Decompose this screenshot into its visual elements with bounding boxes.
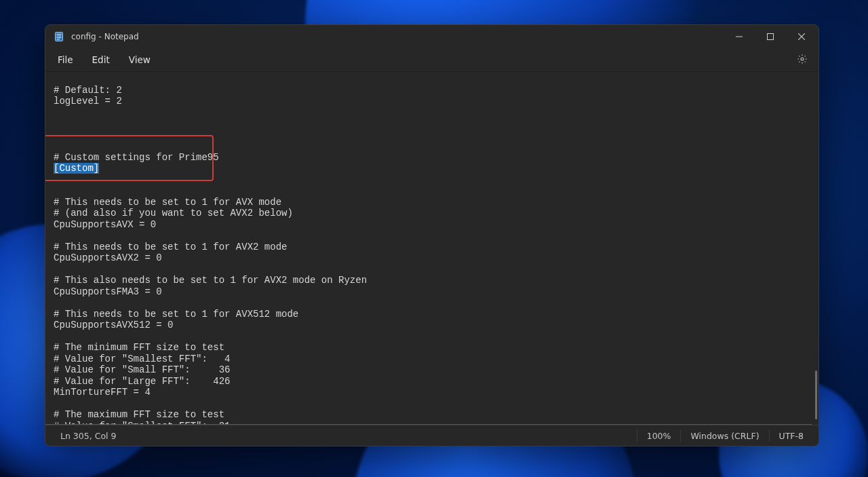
- text-content[interactable]: # Default: 2logLevel = 2 # Custom settin…: [45, 72, 818, 425]
- editor-line[interactable]: [54, 118, 812, 130]
- editor-line[interactable]: # Value for "Large FFT": 426: [54, 376, 812, 387]
- window-title: config - Notepad: [71, 32, 139, 41]
- settings-button[interactable]: [789, 50, 816, 71]
- editor-line[interactable]: # (and also if you want to set AVX2 belo…: [54, 208, 812, 219]
- editor-line[interactable]: # The maximum FFT size to test: [54, 409, 812, 421]
- statusbar: Ln 305, Col 9 100% Windows (CRLF) UTF-8: [45, 425, 818, 446]
- editor-line[interactable]: [54, 297, 812, 309]
- editor-bottom-separator: [45, 424, 812, 425]
- editor-line[interactable]: # This needs to be set to 1 for AVX mode: [54, 197, 812, 208]
- editor-line[interactable]: CpuSupportsFMA3 = 0: [54, 286, 812, 298]
- editor-line[interactable]: CpuSupportsAVX2 = 0: [54, 252, 812, 264]
- editor-line[interactable]: [54, 331, 812, 343]
- editor-line[interactable]: # This needs to be set to 1 for AVX2 mod…: [54, 242, 812, 253]
- minimize-button[interactable]: [724, 25, 755, 48]
- editor-line[interactable]: [54, 174, 812, 186]
- editor-line[interactable]: CpuSupportsAVX = 0: [54, 219, 812, 231]
- menu-file[interactable]: File: [48, 50, 83, 69]
- editor-line[interactable]: logLevel = 2: [54, 96, 812, 107]
- status-encoding: UTF-8: [770, 425, 813, 446]
- menu-edit[interactable]: Edit: [83, 50, 119, 69]
- maximize-button[interactable]: [755, 25, 786, 48]
- status-caret-position: Ln 305, Col 9: [51, 425, 125, 446]
- editor-line[interactable]: [54, 230, 812, 242]
- editor-line[interactable]: # The minimum FFT size to test: [54, 342, 812, 354]
- gear-icon: [797, 56, 808, 66]
- svg-rect-6: [768, 34, 774, 40]
- editor-line[interactable]: [54, 185, 812, 197]
- text-selection[interactable]: [Custom]: [54, 163, 99, 174]
- editor-line[interactable]: [54, 140, 812, 152]
- window-controls: [724, 25, 817, 48]
- editor-line[interactable]: [54, 398, 812, 410]
- editor-line[interactable]: [54, 73, 812, 85]
- status-zoom[interactable]: 100%: [637, 425, 681, 446]
- vertical-scrollbar[interactable]: [815, 370, 817, 419]
- editor-area[interactable]: # Default: 2logLevel = 2 # Custom settin…: [45, 71, 818, 425]
- status-line-ending: Windows (CRLF): [681, 425, 768, 446]
- editor-line[interactable]: [54, 264, 812, 275]
- editor-line[interactable]: # This needs to be set to 1 for AVX512 m…: [54, 309, 812, 320]
- editor-line[interactable]: # This also needs to be set to 1 for AVX…: [54, 275, 812, 286]
- svg-rect-0: [56, 33, 63, 41]
- svg-point-9: [801, 58, 804, 60]
- editor-line[interactable]: [54, 107, 812, 119]
- close-button[interactable]: [786, 25, 817, 48]
- editor-line[interactable]: # Custom settings for Prime95: [54, 152, 812, 164]
- editor-line[interactable]: [54, 130, 812, 141]
- editor-line[interactable]: [Custom]: [54, 163, 812, 174]
- editor-line[interactable]: CpuSupportsAVX512 = 0: [54, 320, 812, 331]
- editor-line[interactable]: MinTortureFFT = 4: [54, 387, 812, 398]
- notepad-window: config - Notepad File Edit View: [45, 24, 819, 446]
- editor-line[interactable]: # Value for "Small FFT": 36: [54, 364, 812, 376]
- menubar: File Edit View: [45, 48, 818, 71]
- titlebar[interactable]: config - Notepad: [45, 25, 818, 48]
- editor-line[interactable]: # Value for "Smallest FFT": 4: [54, 354, 812, 365]
- menu-view[interactable]: View: [119, 50, 160, 69]
- notepad-icon: [54, 31, 64, 42]
- editor-line[interactable]: # Default: 2: [54, 85, 812, 96]
